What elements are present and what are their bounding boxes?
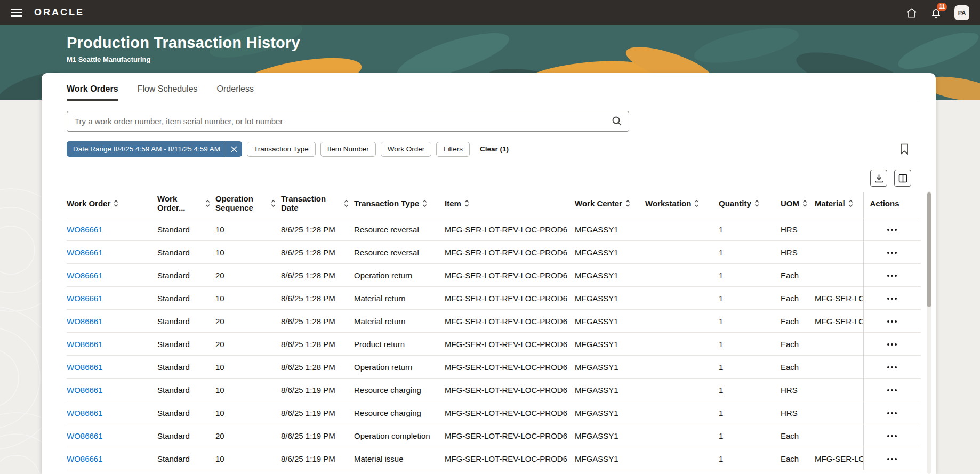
cell-op_seq: 20 bbox=[215, 310, 281, 333]
vertical-scrollbar-track[interactable] bbox=[927, 191, 931, 474]
user-avatar[interactable]: PA bbox=[954, 5, 969, 20]
column-header-quantity[interactable]: Quantity bbox=[719, 192, 781, 218]
bookmark-icon[interactable] bbox=[899, 143, 909, 155]
table-row: WO86661Standard208/6/25 1:19 PMOperation… bbox=[67, 424, 921, 447]
cell-qty: 1 bbox=[719, 401, 781, 424]
cell-workstation bbox=[645, 333, 719, 356]
work-order-link[interactable]: WO86661 bbox=[67, 317, 103, 326]
column-header-transaction-date[interactable]: Transaction Date bbox=[281, 192, 354, 218]
column-header-work-center[interactable]: Work Center bbox=[575, 192, 645, 218]
table-row: WO86661Standard108/6/25 1:28 PMOperation… bbox=[67, 356, 921, 379]
cell-item: MFG-SER-LOT-REV-LOC-PROD6 bbox=[445, 424, 575, 447]
column-header-operation-sequence[interactable]: Operation Sequence bbox=[215, 192, 281, 218]
sort-icon bbox=[802, 199, 807, 207]
cell-uom: HRS bbox=[781, 401, 815, 424]
tab-flow-schedules[interactable]: Flow Schedules bbox=[138, 84, 198, 101]
row-actions-button[interactable] bbox=[883, 408, 901, 419]
cell-type: Standard bbox=[157, 287, 215, 310]
cell-qty: 1 bbox=[719, 264, 781, 287]
tab-work-orders[interactable]: Work Orders bbox=[67, 84, 118, 101]
column-header-workstation[interactable]: Workstation bbox=[645, 192, 719, 218]
work-order-link[interactable]: WO86661 bbox=[67, 294, 103, 303]
vertical-scrollbar-thumb[interactable] bbox=[927, 192, 931, 307]
row-actions-button[interactable] bbox=[883, 362, 901, 373]
manage-columns-button[interactable] bbox=[894, 170, 911, 187]
work-order-link[interactable]: WO86661 bbox=[67, 385, 103, 395]
hamburger-menu-icon[interactable] bbox=[11, 9, 22, 17]
table-toolbar bbox=[67, 170, 921, 187]
cell-txn_type: Resource reversal bbox=[354, 218, 445, 241]
work-order-link[interactable]: WO86661 bbox=[67, 363, 103, 372]
column-header-work-order[interactable]: Work Order bbox=[67, 192, 157, 218]
cell-work_center: MFGASSY1 bbox=[575, 333, 645, 356]
cell-qty: 1 bbox=[719, 287, 781, 310]
cell-material bbox=[815, 264, 863, 287]
column-header-label: Work Order... bbox=[157, 194, 202, 212]
cell-item: MFG-SER-LOT-REV-LOC-PROD6 bbox=[445, 264, 575, 287]
cell-workstation bbox=[645, 241, 719, 264]
cell-qty: 1 bbox=[719, 356, 781, 379]
tab-orderless[interactable]: Orderless bbox=[217, 84, 254, 101]
column-header-item[interactable]: Item bbox=[445, 192, 575, 218]
cell-uom: HRS bbox=[781, 218, 815, 241]
cell-op_seq: 10 bbox=[215, 379, 281, 401]
row-actions-button[interactable] bbox=[883, 270, 901, 281]
cell-work_order: WO86661 bbox=[67, 424, 157, 447]
date-range-filter-chip[interactable]: Date Range 8/4/25 4:59 AM - 8/11/25 4:59… bbox=[67, 141, 242, 157]
cell-date: 8/6/25 1:19 PM bbox=[281, 424, 354, 447]
tab-bar: Work Orders Flow Schedules Orderless bbox=[67, 73, 921, 101]
cell-actions bbox=[863, 287, 921, 310]
item-number-filter-chip[interactable]: Item Number bbox=[320, 142, 376, 157]
home-icon[interactable] bbox=[906, 7, 918, 19]
cell-material bbox=[815, 356, 863, 379]
remove-filter-icon[interactable] bbox=[226, 141, 242, 157]
row-actions-button[interactable] bbox=[883, 293, 901, 304]
cell-work_center: MFGASSY1 bbox=[575, 401, 645, 424]
column-header-label: Material bbox=[815, 199, 845, 208]
cell-item: MFG-SER-LOT-REV-LOC-PROD6 bbox=[445, 401, 575, 424]
cell-actions bbox=[863, 310, 921, 333]
search-bar bbox=[67, 111, 629, 132]
cell-uom: HRS bbox=[781, 241, 815, 264]
work-order-filter-chip[interactable]: Work Order bbox=[381, 142, 432, 157]
row-actions-button[interactable] bbox=[883, 431, 901, 441]
cell-workstation bbox=[645, 310, 719, 333]
work-order-link[interactable]: WO86661 bbox=[67, 454, 103, 463]
clear-filters-link[interactable]: Clear (1) bbox=[480, 145, 509, 153]
row-actions-button[interactable] bbox=[883, 339, 901, 350]
row-actions-button[interactable] bbox=[883, 385, 901, 396]
work-order-link[interactable]: WO86661 bbox=[67, 340, 103, 349]
filters-chip[interactable]: Filters bbox=[436, 142, 470, 157]
column-header-label: Quantity bbox=[719, 199, 751, 208]
cell-work_order: WO86661 bbox=[67, 287, 157, 310]
search-input[interactable] bbox=[67, 111, 629, 132]
table-header-row: Work OrderWork Order...Operation Sequenc… bbox=[67, 192, 921, 218]
transaction-type-filter-chip[interactable]: Transaction Type bbox=[247, 142, 316, 157]
work-order-link[interactable]: WO86661 bbox=[67, 431, 103, 440]
work-order-link[interactable]: WO86661 bbox=[67, 225, 103, 234]
work-order-link[interactable]: WO86661 bbox=[67, 408, 103, 417]
row-actions-button[interactable] bbox=[883, 224, 901, 235]
work-order-link[interactable]: WO86661 bbox=[67, 271, 103, 280]
column-header-transaction-type[interactable]: Transaction Type bbox=[354, 192, 445, 218]
cell-item: MFG-SER-LOT-REV-LOC-PROD6 bbox=[445, 356, 575, 379]
search-icon[interactable] bbox=[612, 116, 622, 128]
row-actions-button[interactable] bbox=[883, 247, 901, 258]
row-actions-button[interactable] bbox=[883, 316, 901, 327]
column-header-work-order[interactable]: Work Order... bbox=[157, 192, 215, 218]
cell-material bbox=[815, 424, 863, 447]
cell-uom: Each bbox=[781, 447, 815, 470]
column-header-uom[interactable]: UOM bbox=[781, 192, 815, 218]
sort-icon bbox=[848, 199, 853, 207]
row-actions-button[interactable] bbox=[883, 454, 901, 464]
organization-subtitle: M1 Seattle Manufacturing bbox=[67, 55, 980, 63]
cell-work_order: WO86661 bbox=[67, 264, 157, 287]
column-header-material[interactable]: Material bbox=[815, 192, 863, 218]
download-button[interactable] bbox=[870, 170, 887, 187]
sort-icon bbox=[344, 199, 349, 207]
notifications-bell-icon[interactable]: 11 bbox=[930, 7, 942, 19]
cell-date: 8/6/25 1:28 PM bbox=[281, 310, 354, 333]
cell-op_seq: 10 bbox=[215, 218, 281, 241]
work-order-link[interactable]: WO86661 bbox=[67, 248, 103, 257]
cell-item: MFG-SER-LOT-REV-LOC-PROD6 bbox=[445, 379, 575, 401]
